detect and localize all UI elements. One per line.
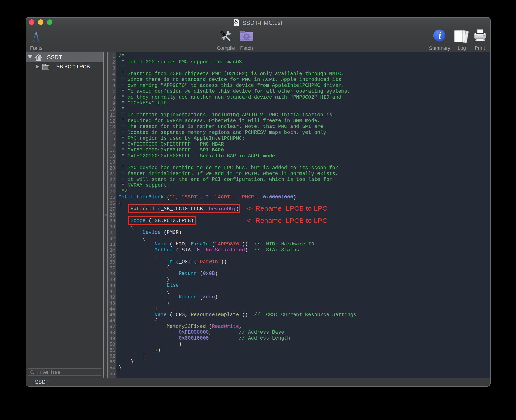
svg-text:A: A bbox=[32, 31, 40, 43]
svg-text:i: i bbox=[439, 30, 441, 41]
svg-text:DSL: DSL bbox=[235, 25, 238, 26]
